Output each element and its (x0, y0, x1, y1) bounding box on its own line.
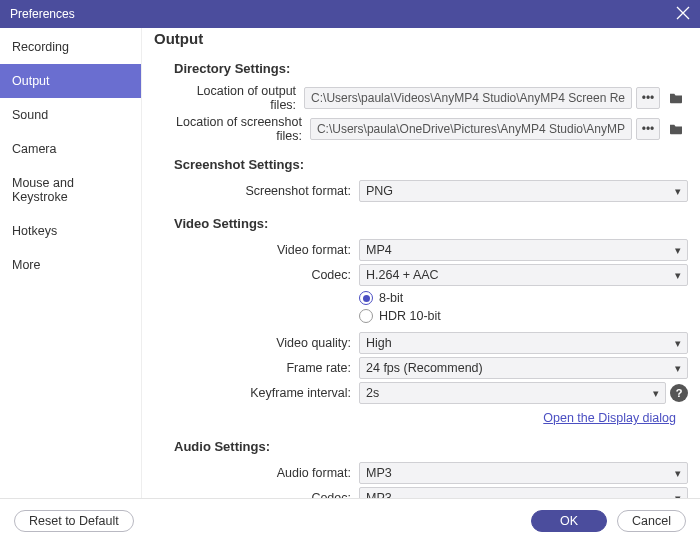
label-audio-format: Audio format: (174, 466, 359, 480)
label-video-codec: Codec: (174, 268, 359, 282)
radio-icon (359, 291, 373, 305)
browse-screenshot-button[interactable]: ••• (636, 118, 660, 140)
sidebar-item-output[interactable]: Output (0, 64, 141, 98)
select-value: High (366, 336, 392, 350)
sidebar-item-sound[interactable]: Sound (0, 98, 141, 132)
chevron-down-icon: ▾ (675, 362, 681, 375)
bit-depth-group: 8-bit HDR 10-bit (359, 289, 441, 329)
open-screenshot-folder-button[interactable] (664, 118, 688, 140)
window-title: Preferences (10, 7, 75, 21)
sidebar-item-mouse-keystroke[interactable]: Mouse and Keystroke (0, 166, 141, 214)
ok-button[interactable]: OK (531, 510, 607, 532)
select-value: 2s (366, 386, 379, 400)
radio-hdr10[interactable]: HDR 10-bit (359, 309, 441, 323)
chevron-down-icon: ▾ (675, 244, 681, 257)
label-frame-rate: Frame rate: (174, 361, 359, 375)
footer: Reset to Default OK Cancel (0, 498, 700, 542)
chevron-down-icon: ▾ (653, 387, 659, 400)
label-video-format: Video format: (174, 243, 359, 257)
sidebar: Recording Output Sound Camera Mouse and … (0, 28, 142, 498)
dots-icon: ••• (642, 91, 655, 105)
radio-label: 8-bit (379, 291, 403, 305)
titlebar: Preferences (0, 0, 700, 28)
help-icon[interactable]: ? (670, 384, 688, 402)
select-video-quality[interactable]: High ▾ (359, 332, 688, 354)
section-screenshot: Screenshot Settings: (174, 157, 688, 172)
select-value: PNG (366, 184, 393, 198)
label-audio-codec: Codec: (174, 491, 359, 498)
radio-8bit[interactable]: 8-bit (359, 291, 441, 305)
select-value: MP3 (366, 491, 392, 498)
sidebar-item-more[interactable]: More (0, 248, 141, 282)
reset-button[interactable]: Reset to Default (14, 510, 134, 532)
label-video-quality: Video quality: (174, 336, 359, 350)
input-screenshot-location[interactable]: C:\Users\paula\OneDrive\Pictures\AnyMP4 … (310, 118, 632, 140)
sidebar-item-camera[interactable]: Camera (0, 132, 141, 166)
chevron-down-icon: ▾ (675, 337, 681, 350)
label-screenshot-format: Screenshot format: (174, 184, 359, 198)
select-video-format[interactable]: MP4 ▾ (359, 239, 688, 261)
page-title: Output (154, 30, 688, 47)
label-keyframe-interval: Keyframe interval: (174, 386, 359, 400)
label-screenshot-location: Location of screenshot files: (174, 115, 310, 143)
select-value: MP4 (366, 243, 392, 257)
open-display-dialog-link[interactable]: Open the Display dialog (543, 411, 676, 425)
folder-icon (669, 92, 683, 104)
chevron-down-icon: ▾ (675, 269, 681, 282)
select-value: 24 fps (Recommend) (366, 361, 483, 375)
radio-icon (359, 309, 373, 323)
main-panel: Output Directory Settings: Location of o… (142, 28, 700, 498)
section-directory: Directory Settings: (174, 61, 688, 76)
chevron-down-icon: ▾ (675, 185, 681, 198)
sidebar-item-hotkeys[interactable]: Hotkeys (0, 214, 141, 248)
input-output-location[interactable]: C:\Users\paula\Videos\AnyMP4 Studio\AnyM… (304, 87, 632, 109)
select-frame-rate[interactable]: 24 fps (Recommend) ▾ (359, 357, 688, 379)
sidebar-item-recording[interactable]: Recording (0, 30, 141, 64)
close-icon[interactable] (676, 4, 690, 25)
browse-output-button[interactable]: ••• (636, 87, 660, 109)
dots-icon: ••• (642, 122, 655, 136)
cancel-button[interactable]: Cancel (617, 510, 686, 532)
chevron-down-icon: ▾ (675, 492, 681, 499)
select-audio-codec[interactable]: MP3 ▾ (359, 487, 688, 498)
folder-icon (669, 123, 683, 135)
section-audio: Audio Settings: (174, 439, 688, 454)
select-audio-format[interactable]: MP3 ▾ (359, 462, 688, 484)
select-screenshot-format[interactable]: PNG ▾ (359, 180, 688, 202)
select-keyframe-interval[interactable]: 2s ▾ (359, 382, 666, 404)
select-value: H.264 + AAC (366, 268, 439, 282)
chevron-down-icon: ▾ (675, 467, 681, 480)
select-video-codec[interactable]: H.264 + AAC ▾ (359, 264, 688, 286)
radio-label: HDR 10-bit (379, 309, 441, 323)
label-output-location: Location of output files: (174, 84, 304, 112)
open-output-folder-button[interactable] (664, 87, 688, 109)
section-video: Video Settings: (174, 216, 688, 231)
select-value: MP3 (366, 466, 392, 480)
